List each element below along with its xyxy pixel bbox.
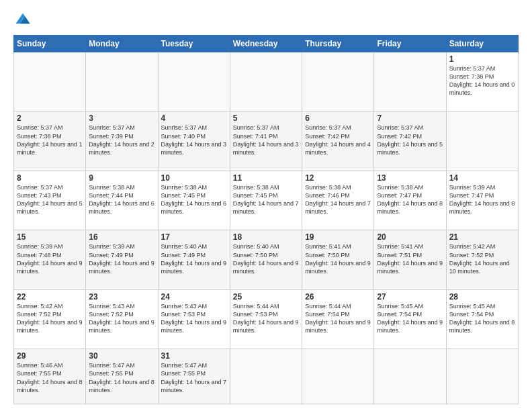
- table-row: 3Sunrise: 5:37 AMSunset: 7:39 PMDaylight…: [86, 111, 158, 171]
- empty-cell: [86, 52, 158, 111]
- calendar-week-4: 15Sunrise: 5:39 AMSunset: 7:48 PMDayligh…: [14, 230, 519, 289]
- table-row: 25Sunrise: 5:44 AMSunset: 7:53 PMDayligh…: [230, 289, 302, 349]
- calendar-week-3: 8Sunrise: 5:37 AMSunset: 7:43 PMDaylight…: [14, 171, 519, 230]
- table-row: 8Sunrise: 5:37 AMSunset: 7:43 PMDaylight…: [14, 171, 86, 230]
- table-row: 5Sunrise: 5:37 AMSunset: 7:41 PMDaylight…: [230, 111, 302, 171]
- header: [13, 11, 519, 30]
- calendar-week-2: 2Sunrise: 5:37 AMSunset: 7:38 PMDaylight…: [14, 111, 519, 171]
- calendar-week-1: 1Sunrise: 5:37 AMSunset: 7:38 PMDaylight…: [14, 52, 519, 111]
- table-row: 26Sunrise: 5:44 AMSunset: 7:54 PMDayligh…: [302, 289, 374, 349]
- empty-cell: [230, 52, 302, 111]
- column-header-tuesday: Tuesday: [158, 36, 230, 52]
- table-row: 24Sunrise: 5:43 AMSunset: 7:53 PMDayligh…: [158, 289, 230, 349]
- table-row: [446, 111, 518, 171]
- calendar-week-5: 22Sunrise: 5:42 AMSunset: 7:52 PMDayligh…: [14, 289, 519, 349]
- table-row: [302, 349, 374, 404]
- empty-cell: [374, 52, 446, 111]
- table-row: 18Sunrise: 5:40 AMSunset: 7:50 PMDayligh…: [230, 230, 302, 289]
- table-row: 14Sunrise: 5:39 AMSunset: 7:47 PMDayligh…: [446, 171, 518, 230]
- table-row: 21Sunrise: 5:42 AMSunset: 7:52 PMDayligh…: [446, 230, 518, 289]
- table-row: 11Sunrise: 5:38 AMSunset: 7:45 PMDayligh…: [230, 171, 302, 230]
- column-header-wednesday: Wednesday: [230, 36, 302, 52]
- empty-cell: [14, 52, 86, 111]
- table-row: 12Sunrise: 5:38 AMSunset: 7:46 PMDayligh…: [302, 171, 374, 230]
- table-row: 27Sunrise: 5:45 AMSunset: 7:54 PMDayligh…: [374, 289, 446, 349]
- column-header-friday: Friday: [374, 36, 446, 52]
- column-header-sunday: Sunday: [14, 36, 86, 52]
- table-row: 1Sunrise: 5:37 AMSunset: 7:38 PMDaylight…: [446, 52, 518, 111]
- page: SundayMondayTuesdayWednesdayThursdayFrid…: [0, 0, 532, 411]
- table-row: 16Sunrise: 5:39 AMSunset: 7:49 PMDayligh…: [86, 230, 158, 289]
- calendar-header-row: SundayMondayTuesdayWednesdayThursdayFrid…: [14, 36, 519, 52]
- calendar-table: SundayMondayTuesdayWednesdayThursdayFrid…: [13, 35, 519, 404]
- table-row: 2Sunrise: 5:37 AMSunset: 7:38 PMDaylight…: [14, 111, 86, 171]
- calendar-week-6: 29Sunrise: 5:46 AMSunset: 7:55 PMDayligh…: [14, 349, 519, 404]
- table-row: [446, 349, 518, 404]
- table-row: 9Sunrise: 5:38 AMSunset: 7:44 PMDaylight…: [86, 171, 158, 230]
- table-row: 30Sunrise: 5:47 AMSunset: 7:55 PMDayligh…: [86, 349, 158, 404]
- empty-cell: [302, 52, 374, 111]
- empty-cell: [158, 52, 230, 111]
- logo: [13, 11, 35, 30]
- table-row: 19Sunrise: 5:41 AMSunset: 7:50 PMDayligh…: [302, 230, 374, 289]
- column-header-saturday: Saturday: [446, 36, 518, 52]
- table-row: 17Sunrise: 5:40 AMSunset: 7:49 PMDayligh…: [158, 230, 230, 289]
- table-row: 6Sunrise: 5:37 AMSunset: 7:42 PMDaylight…: [302, 111, 374, 171]
- table-row: 4Sunrise: 5:37 AMSunset: 7:40 PMDaylight…: [158, 111, 230, 171]
- table-row: 20Sunrise: 5:41 AMSunset: 7:51 PMDayligh…: [374, 230, 446, 289]
- table-row: 23Sunrise: 5:43 AMSunset: 7:52 PMDayligh…: [86, 289, 158, 349]
- table-row: 13Sunrise: 5:38 AMSunset: 7:47 PMDayligh…: [374, 171, 446, 230]
- table-row: 31Sunrise: 5:47 AMSunset: 7:55 PMDayligh…: [158, 349, 230, 404]
- table-row: 15Sunrise: 5:39 AMSunset: 7:48 PMDayligh…: [14, 230, 86, 289]
- table-row: [374, 349, 446, 404]
- logo-icon: [13, 11, 32, 30]
- table-row: [230, 349, 302, 404]
- table-row: 10Sunrise: 5:38 AMSunset: 7:45 PMDayligh…: [158, 171, 230, 230]
- table-row: 7Sunrise: 5:37 AMSunset: 7:42 PMDaylight…: [374, 111, 446, 171]
- column-header-thursday: Thursday: [302, 36, 374, 52]
- table-row: 22Sunrise: 5:42 AMSunset: 7:52 PMDayligh…: [14, 289, 86, 349]
- table-row: 29Sunrise: 5:46 AMSunset: 7:55 PMDayligh…: [14, 349, 86, 404]
- table-row: 28Sunrise: 5:45 AMSunset: 7:54 PMDayligh…: [446, 289, 518, 349]
- column-header-monday: Monday: [86, 36, 158, 52]
